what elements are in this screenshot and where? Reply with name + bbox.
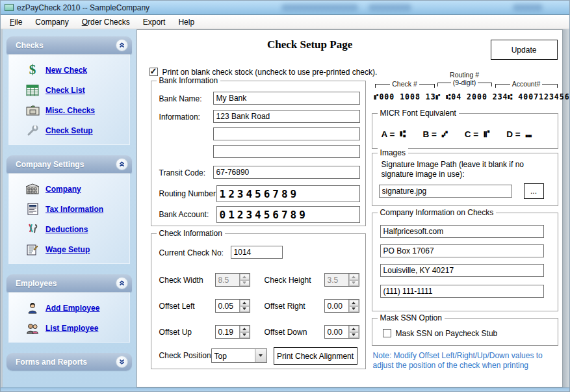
- offset-right-spinner[interactable]: 0.00: [324, 299, 359, 313]
- nav-item-list-employee[interactable]: List Employee: [9, 318, 129, 338]
- expand-button[interactable]: [116, 356, 128, 368]
- person-icon: [19, 302, 45, 314]
- dropdown-arrow-icon[interactable]: [255, 349, 266, 362]
- collapse-button[interactable]: [116, 158, 128, 170]
- spinner-buttons: [348, 300, 359, 312]
- mask-ssn-row: Mask SSN on Paycheck Stub: [383, 327, 498, 339]
- check-height-label: Check Height: [265, 276, 311, 285]
- spinner-up-icon: [240, 274, 250, 280]
- section-title: Employees: [16, 279, 116, 288]
- spinner-down-icon[interactable]: [240, 306, 250, 313]
- nav-item-misc-checks[interactable]: Misc. Checks: [9, 100, 129, 120]
- offset-up-spinner[interactable]: 0.19: [215, 325, 250, 339]
- app-window: ezPayCheck 2010 -- SampleCompany File Co…: [0, 0, 570, 392]
- company-information-legend: Company Information on Checks: [378, 208, 497, 217]
- transit-code-input[interactable]: [213, 166, 360, 179]
- collapse-button[interactable]: [116, 277, 128, 289]
- company-line1-input[interactable]: [380, 225, 544, 238]
- company-line2-input[interactable]: [380, 244, 544, 257]
- offset-left-value: 0.05: [216, 300, 239, 312]
- bank-information-input-1[interactable]: [213, 110, 360, 123]
- spinner-up-icon[interactable]: [240, 326, 250, 332]
- browse-button[interactable]: ...: [524, 183, 544, 199]
- tax-information-link[interactable]: Tax Information: [45, 205, 103, 214]
- spinner-up-icon: [349, 274, 359, 280]
- deductions-link[interactable]: Deductions: [45, 225, 88, 234]
- bank-account-label: Bank Account:: [159, 210, 209, 219]
- section-company-settings: Company Settings Company: [6, 155, 132, 264]
- routing-number-input[interactable]: [216, 185, 360, 202]
- offset-down-label: Offset Down: [265, 328, 307, 337]
- check-height-spinner: 3.5: [324, 273, 359, 287]
- signature-path-input[interactable]: [379, 185, 512, 198]
- window-title: ezPayCheck 2010 -- SampleCompany: [17, 3, 149, 12]
- spinner-up-icon[interactable]: [349, 326, 359, 332]
- current-check-label: Current Check No:: [159, 248, 224, 257]
- spinner-down-icon: [349, 280, 359, 287]
- micr-account-segment: 4007123456 7⑈: [518, 92, 570, 101]
- offset-down-spinner[interactable]: 0.00: [324, 325, 359, 339]
- section-employees-header[interactable]: Employees: [6, 274, 132, 292]
- nav-item-check-setup[interactable]: Check Setup: [9, 120, 129, 140]
- spinner-up-icon[interactable]: [349, 300, 359, 306]
- spinner-down-icon[interactable]: [349, 306, 359, 313]
- bank-name-input[interactable]: [213, 92, 360, 105]
- check-position-dropdown[interactable]: Top: [211, 348, 267, 363]
- spinner-down-icon[interactable]: [240, 332, 250, 339]
- check-setup-link[interactable]: Check Setup: [45, 126, 93, 135]
- menu-file[interactable]: File: [3, 16, 29, 29]
- building-icon: [19, 183, 45, 194]
- section-checks: Checks $ New Check Check List: [6, 36, 132, 145]
- bank-account-input[interactable]: [216, 206, 360, 223]
- new-check-link[interactable]: New Check: [45, 66, 87, 75]
- bank-information-input-2[interactable]: [213, 127, 360, 140]
- transit-code-label: Transit Code:: [159, 168, 206, 177]
- add-employee-link[interactable]: Add Employee: [45, 304, 99, 313]
- titlebar[interactable]: ezPayCheck 2010 -- SampleCompany: [1, 1, 569, 15]
- print-check-alignment-button[interactable]: Print Check Alignment: [274, 347, 357, 365]
- nav-item-wage-setup[interactable]: Wage Setup: [9, 239, 129, 259]
- menu-help[interactable]: Help: [172, 16, 201, 29]
- nav-item-check-list[interactable]: Check List: [9, 80, 129, 100]
- nav-item-tax-information[interactable]: Tax Information: [9, 199, 129, 219]
- collapse-button[interactable]: [116, 39, 128, 51]
- spinner-down-icon: [240, 280, 250, 287]
- micr-d-label: D =: [506, 129, 520, 139]
- menu-company[interactable]: Company: [29, 16, 75, 29]
- wage-setup-link[interactable]: Wage Setup: [45, 245, 90, 254]
- window-frame-bottom: [1, 387, 569, 392]
- menu-order-checks[interactable]: Order Checks: [75, 16, 136, 29]
- nav-item-company[interactable]: Company: [9, 179, 129, 199]
- spreadsheet-icon: [19, 85, 45, 96]
- section-checks-header[interactable]: Checks: [6, 36, 132, 54]
- check-list-link[interactable]: Check List: [45, 86, 85, 95]
- misc-checks-link[interactable]: Misc. Checks: [45, 106, 95, 115]
- micr-transit-symbol: ⑆: [400, 128, 406, 140]
- section-forms-reports-header[interactable]: Forms and Reports: [6, 353, 132, 371]
- company-line4-input[interactable]: [380, 285, 544, 298]
- menu-export[interactable]: Export: [136, 16, 172, 29]
- blank-stock-checkbox[interactable]: [149, 68, 158, 76]
- nav-item-deductions[interactable]: Deductions: [9, 219, 129, 239]
- list-employee-link[interactable]: List Employee: [45, 324, 98, 333]
- offset-down-value: 0.00: [325, 326, 348, 338]
- current-check-input[interactable]: [231, 246, 283, 259]
- company-line3-input[interactable]: [380, 264, 544, 277]
- mask-ssn-group: Mask SSN Option Mask SSN on Paycheck Stu…: [372, 318, 558, 346]
- images-legend: Images: [378, 148, 408, 157]
- section-company-settings-header[interactable]: Company Settings: [6, 155, 132, 173]
- spinner-up-icon[interactable]: [240, 300, 250, 306]
- offset-note: Note: Modify Offset Left/Right/Up/Down v…: [373, 351, 556, 371]
- micr-b-label: B =: [422, 129, 436, 139]
- bank-information-input-3[interactable]: [213, 145, 360, 158]
- nav-item-add-employee[interactable]: Add Employee: [9, 298, 129, 318]
- nav-item-new-check[interactable]: $ New Check: [9, 60, 129, 80]
- bank-information-legend: Bank Information: [157, 76, 221, 85]
- company-link[interactable]: Company: [45, 185, 81, 194]
- mask-ssn-checkbox[interactable]: [383, 329, 391, 337]
- offset-left-spinner[interactable]: 0.05: [215, 299, 250, 313]
- spinner-down-icon[interactable]: [349, 332, 359, 339]
- check-information-group: Check Information Current Check No: Chec…: [151, 233, 366, 369]
- update-button[interactable]: Update: [491, 40, 558, 60]
- section-title: Checks: [16, 41, 116, 50]
